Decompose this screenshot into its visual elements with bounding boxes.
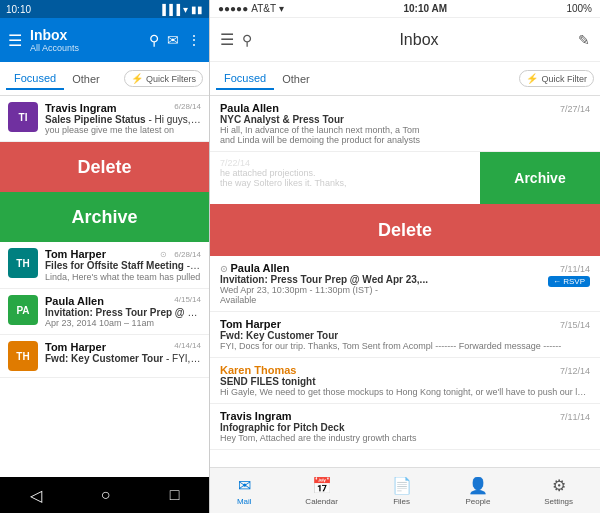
nav-people[interactable]: 👤 People <box>465 476 490 506</box>
preview-travis: you please give me the latest on <box>45 125 201 135</box>
subject-paula-invite: Invitation: Press Tour Prep @ Wed Apr 23… <box>220 274 548 285</box>
bolt-icon-left: ⚡ <box>131 73 143 84</box>
email-item-travis[interactable]: TI Travis Ingram 6/28/14 Sales Pipeline … <box>0 96 209 142</box>
mail-icon-left[interactable]: ✉ <box>167 32 179 48</box>
sender-paula-nyc: Paula Allen <box>220 102 279 114</box>
date-tom-tour: 7/15/14 <box>560 320 590 330</box>
archive-overlay-right[interactable]: Archive <box>480 152 600 204</box>
archive-label-left: Archive <box>71 207 137 228</box>
tabs-right: Focused Other ⚡ Quick Filter <box>210 62 600 96</box>
avatar-travis: TI <box>8 102 38 132</box>
avatar-tomharper2: TH <box>8 341 38 371</box>
email-item-tom-tour[interactable]: Tom Harper 7/15/14 Fwd: Key Customer Tou… <box>210 312 600 358</box>
swipe-archive-overlay-left[interactable]: Archive <box>0 192 209 242</box>
date-travis: 6/28/14 <box>174 102 201 114</box>
bottom-nav-left: ◁ ○ □ <box>0 477 209 513</box>
email-row-tom-tour: Tom Harper 7/15/14 <box>220 318 590 330</box>
left-status-right: ●●●●● AT&T ▾ <box>218 3 284 14</box>
tab-other-right[interactable]: Other <box>274 69 318 89</box>
email-item-paula-invite[interactable]: ⊙ Paula Allen 7/11/14 Invitation: Press … <box>210 256 600 312</box>
status-bar-left: 10:10 ▐▐▐ ▾ ▮▮ <box>0 0 209 18</box>
search-icon-right[interactable]: ⚲ <box>242 32 252 48</box>
inbox-title-right: Inbox <box>260 31 578 49</box>
subject-paulaallen-left: Invitation: Press Tour Prep @ Wed <box>45 307 201 318</box>
search-icon-left[interactable]: ⚲ <box>149 32 159 48</box>
email-item-travis-infographic[interactable]: Travis Ingram 7/11/14 Infographic for Pi… <box>210 404 600 450</box>
battery-icon-left: ▮▮ <box>191 4 203 15</box>
preview2-paula-invite: Available <box>220 295 548 305</box>
subject-paula-nyc: NYC Analyst & Press Tour <box>220 114 590 125</box>
email-item-tomharper2[interactable]: TH Tom Harper 4/14/14 Fwd: Key Customer … <box>0 335 209 378</box>
preview-travis-infographic: Hey Tom, Attached are the industry growt… <box>220 433 590 443</box>
header-left: ☰ Inbox All Accounts ⚲ ✉ ⋮ <box>0 18 209 62</box>
email-content-paulaallen-left: Paula Allen 4/15/14 Invitation: Press To… <box>45 295 201 328</box>
carrier-right: AT&T <box>251 3 276 14</box>
menu-icon-right[interactable]: ☰ <box>220 30 234 49</box>
email-item-karen[interactable]: Karen Thomas 7/12/14 SEND FILES tonight … <box>210 358 600 404</box>
nav-files[interactable]: 📄 Files <box>392 476 412 506</box>
avatar-tomharper: TH <box>8 248 38 278</box>
calendar-nav-icon: 📅 <box>312 476 332 495</box>
nav-mail[interactable]: ✉ Mail <box>237 476 252 506</box>
tab-other-left[interactable]: Other <box>64 69 108 89</box>
email-row-travis-infographic: Travis Ingram 7/11/14 <box>220 410 590 422</box>
preview2-paula-nyc: and Linda will be demoing the product fo… <box>220 135 590 145</box>
subject-tomharper2: Fwd: Key Customer Tour - FYI, Docs <box>45 353 201 364</box>
sender-paulaallen-left: Paula Allen <box>45 295 104 307</box>
people-nav-label: People <box>465 497 490 506</box>
recent-button-left[interactable]: □ <box>170 486 180 504</box>
back-button-left[interactable]: ◁ <box>30 486 42 505</box>
tab-focused-right[interactable]: Focused <box>216 68 274 90</box>
quick-filter-label-right: Quick Filter <box>541 74 587 84</box>
tabs-left: Focused Other ⚡ Quick Filters <box>0 62 209 96</box>
right-phone: ●●●●● AT&T ▾ 10:10 AM 100% ☰ ⚲ Inbox ✎ F… <box>210 0 600 513</box>
mail-nav-label: Mail <box>237 497 252 506</box>
email-item-paula-nyc[interactable]: Paula Allen 7/27/14 NYC Analyst & Press … <box>210 96 600 152</box>
avatar-paulaallen-left: PA <box>8 295 38 325</box>
sender-tom-tour: Tom Harper <box>220 318 281 330</box>
wifi-icon-right: ▾ <box>279 3 284 14</box>
home-button-left[interactable]: ○ <box>101 486 111 504</box>
nav-calendar[interactable]: 📅 Calendar <box>305 476 337 506</box>
date-tomharper2: 4/14/14 <box>174 341 201 353</box>
preview-karen: Hi Gayle, We need to get those mockups t… <box>220 387 590 397</box>
sender-karen: Karen Thomas <box>220 364 296 376</box>
email-item-paulaallen-left[interactable]: PA Paula Allen 4/15/14 Invitation: Press… <box>0 289 209 335</box>
subject-tomharper: Files for Offsite Staff Meeting - Hi 2 <box>45 260 201 272</box>
email-row-paula-invite: ⊙ Paula Allen 7/11/14 <box>220 262 590 274</box>
swipe-archive-item-right: 7/22/14 he attached projections. the way… <box>210 152 600 204</box>
quick-filter-right[interactable]: ⚡ Quick Filter <box>519 70 594 87</box>
email-list-left: TI Travis Ingram 6/28/14 Sales Pipeline … <box>0 96 209 477</box>
status-time-left: 10:10 <box>6 4 31 15</box>
signal-icon-left: ▐▐▐ <box>159 4 180 15</box>
inbox-title-left: Inbox <box>30 27 149 43</box>
date-tomharper: 6/28/14 <box>174 250 201 259</box>
pin-icon-paula-invite: ⊙ <box>220 264 231 274</box>
email-row-karen: Karen Thomas 7/12/14 <box>220 364 590 376</box>
compose-icon-right[interactable]: ✎ <box>578 32 590 48</box>
swipe-delete-item-left: ⊙ 6/29/14 nda, he Delete <box>0 142 209 192</box>
swipe-delete-overlay-left[interactable]: Delete <box>0 142 209 192</box>
left-phone: 10:10 ▐▐▐ ▾ ▮▮ ☰ Inbox All Accounts ⚲ ✉ … <box>0 0 210 513</box>
mail-nav-icon: ✉ <box>238 476 251 495</box>
email-row-paula-nyc: Paula Allen 7/27/14 <box>220 102 590 114</box>
date-travis-infographic: 7/11/14 <box>560 412 590 422</box>
nav-settings[interactable]: ⚙ Settings <box>544 476 573 506</box>
sender-tomharper: Tom Harper <box>45 248 106 260</box>
preview-tomharper: Linda, Here's what the team has pulled <box>45 272 201 282</box>
sender-tomharper2: Tom Harper <box>45 341 106 353</box>
header-right: ☰ ⚲ Inbox ✎ <box>210 18 600 62</box>
subject-travis-infographic: Infographic for Pitch Deck <box>220 422 590 433</box>
email-item-tomharper[interactable]: TH Tom Harper ⊙ 6/28/14 Files for Offsit… <box>0 242 209 289</box>
delete-label-left: Delete <box>77 157 131 178</box>
email-content-tomharper: Tom Harper ⊙ 6/28/14 Files for Offsite S… <box>45 248 201 282</box>
archive-label-right: Archive <box>514 170 565 186</box>
menu-icon-left[interactable]: ☰ <box>8 31 22 50</box>
subject-karen: SEND FILES tonight <box>220 376 590 387</box>
tab-focused-left[interactable]: Focused <box>6 68 64 90</box>
status-bar-right: ●●●●● AT&T ▾ 10:10 AM 100% <box>210 0 600 18</box>
delete-overlay-right[interactable]: Delete <box>210 204 600 256</box>
quick-filter-left[interactable]: ⚡ Quick Filters <box>124 70 203 87</box>
more-icon-left[interactable]: ⋮ <box>187 32 201 48</box>
rsvp-badge[interactable]: ← RSVP <box>548 276 590 287</box>
